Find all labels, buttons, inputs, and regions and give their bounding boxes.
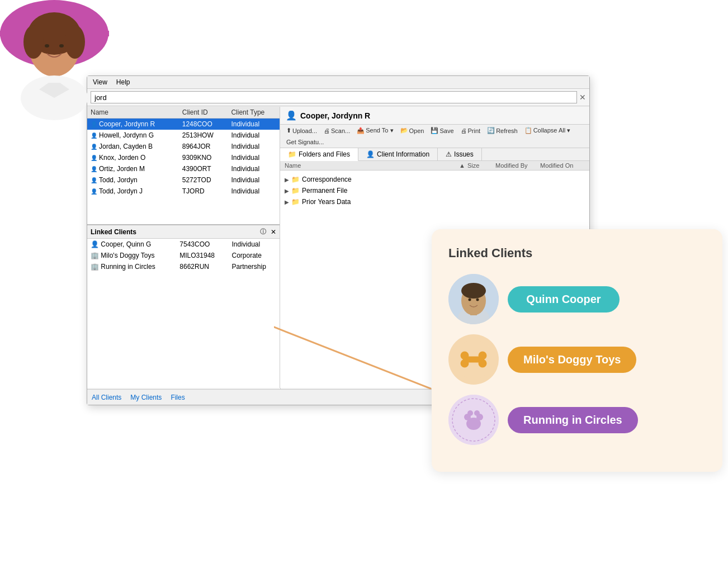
person-icon: 👤 [91,155,97,161]
linked-id-cell: 8662RUN [176,261,228,272]
client-title: Cooper, Jordynn R [300,111,370,120]
client-type-cell: Individual [228,174,280,186]
client-name-cell: 👤Howell, Jordynn G [87,130,179,141]
building-icon: 🏢 [91,252,99,259]
client-row-0[interactable]: 👤Cooper, Jordynn R 1248COO Individual [87,119,280,130]
linked-client-running[interactable]: Running in Circles [448,395,706,445]
linked-type-cell: Partnership [228,261,280,272]
folder-tab-icon: 📁 [288,150,296,158]
linked-clients-header: Linked Clients ⓘ ✕ [87,225,280,239]
col-header-name: Name [285,162,405,169]
linked-row-1[interactable]: 🏢 Milo's Doggy Toys MILO31948 Corporate [87,250,280,261]
linked-id-cell: MILO31948 [176,250,228,261]
person-icon: 👤 [91,144,97,150]
linked-id-cell: 7543COO [176,239,228,250]
client-name-cell: 👤Knox, Jorden O [87,152,179,163]
svg-rect-19 [466,357,481,362]
client-row-1[interactable]: 👤Howell, Jordynn G 2513HOW Individual [87,130,280,141]
collapse-all-button[interactable]: 📋 Collapse All ▾ [523,126,573,135]
client-name-cell: 👤Jordan, Cayden B [87,141,179,152]
linked-type-cell: Corporate [228,250,280,261]
tab-my-clients[interactable]: My Clients [130,394,162,401]
open-button[interactable]: 📂 Open [399,126,426,135]
document-tabs: 📁 Folders and Files 👤 Client Information… [280,148,589,161]
folder-icon: 📁 [291,187,300,195]
svg-point-7 [59,44,64,48]
search-row: ✕ [87,89,589,106]
building-icon: 🏢 [91,263,99,271]
file-tree-item-1[interactable]: ▶ 📁 Permanent File [280,185,589,196]
scan-button[interactable]: 🖨 Scan... [322,127,352,135]
running-label[interactable]: Running in Circles [508,407,638,433]
sort-arrow: ▲ [405,162,467,169]
svg-point-17 [476,299,479,301]
search-input[interactable] [91,91,577,103]
col-header-modon: Modified On [540,162,585,169]
client-person-icon: 👤 [286,110,297,121]
tree-expand-arrow: ▶ [285,188,289,194]
get-signature-button[interactable]: Get Signatu... [285,138,325,146]
client-type-cell: Individual [228,130,280,141]
send-to-button[interactable]: 📤 Send To ▾ [355,126,395,135]
quinn-label[interactable]: Quinn Cooper [508,286,620,313]
svg-point-21 [461,360,468,367]
file-tree-header: Name ▲ Size Modified By Modified On [280,161,589,171]
tab-all-clients[interactable]: All Clients [92,394,121,401]
client-id-cell: TJORD [179,186,228,197]
person-icon: 👤 [91,166,97,172]
tab-client-info[interactable]: 👤 Client Information [358,148,438,160]
running-avatar [448,395,499,445]
linked-row-0[interactable]: 👤 Cooper, Quinn G 7543COO Individual [87,239,280,250]
linked-client-milo[interactable]: Milo's Doggy Toys [448,334,706,385]
quinn-avatar [448,274,499,324]
client-id-cell: 5272TOD [179,174,228,186]
tree-expand-arrow: ▶ [285,199,289,205]
svg-point-22 [479,352,486,359]
client-id-cell: 9309KNO [179,152,228,163]
client-row-5[interactable]: 👤Todd, Jordyn 5272TOD Individual [87,174,280,186]
client-row-6[interactable]: 👤Todd, Jordyn J TJORD Individual [87,186,280,197]
client-list-panel: Name Client ID Client Type 👤Cooper, Jord… [87,107,280,388]
print-button[interactable]: 🖨 Print [459,127,483,135]
client-id-cell: 1248COO [179,119,228,130]
client-row-3[interactable]: 👤Knox, Jorden O 9309KNO Individual [87,152,280,163]
col-client-type: Client Type [228,107,280,119]
person-icon: 👤 [91,121,97,127]
svg-point-23 [479,360,486,367]
linked-table: 👤 Cooper, Quinn G 7543COO Individual 🏢 M… [87,239,280,272]
tab-issues[interactable]: ⚠ Issues [438,148,482,160]
refresh-button[interactable]: 🔄 Refresh [485,126,519,135]
search-close-button[interactable]: ✕ [579,93,586,102]
milo-label[interactable]: Milo's Doggy Toys [508,347,636,373]
file-tree-item-0[interactable]: ▶ 📁 Correspondence [280,174,589,185]
save-button[interactable]: 💾 Save [429,126,455,135]
client-type-cell: Individual [228,163,280,174]
linked-type-cell: Individual [228,239,280,250]
linked-name-cell: 👤 Cooper, Quinn G [87,239,176,250]
svg-point-4 [23,25,44,59]
linked-clients-title: Linked Clients [91,228,136,236]
linked-client-quinn[interactable]: Quinn Cooper [448,274,706,324]
person-icon: 👤 [91,132,97,139]
tab-folders-files[interactable]: 📁 Folders and Files [280,148,358,161]
tab-files[interactable]: Files [171,394,185,401]
person-photo [0,0,109,120]
milo-avatar [448,334,499,385]
menu-help[interactable]: Help [116,78,130,86]
client-row-2[interactable]: 👤Jordan, Cayden B 8964JOR Individual [87,141,280,152]
linked-info-icon[interactable]: ⓘ [260,228,266,236]
person-icon: 👤 [91,188,97,195]
file-tree: ▶ 📁 Correspondence ▶ 📁 Permanent File ▶ … [280,171,589,211]
file-tree-item-2[interactable]: ▶ 📁 Prior Years Data [280,196,589,207]
folder-icon: 📁 [291,198,300,206]
client-name-cell: 👤Todd, Jordyn J [87,186,179,197]
client-id-cell: 2513HOW [179,130,228,141]
client-row-4[interactable]: 👤Ortiz, Jorden M 4390ORT Individual [87,163,280,174]
upload-button[interactable]: ⬆ Upload... [285,126,319,135]
person-icon: 👤 [91,177,97,183]
linked-close-button[interactable]: ✕ [271,228,276,236]
file-tree-name: Permanent File [302,187,347,195]
svg-point-30 [474,410,480,416]
linked-card-title: Linked Clients [448,246,706,261]
linked-row-2[interactable]: 🏢 Running in Circles 8662RUN Partnership [87,261,280,272]
